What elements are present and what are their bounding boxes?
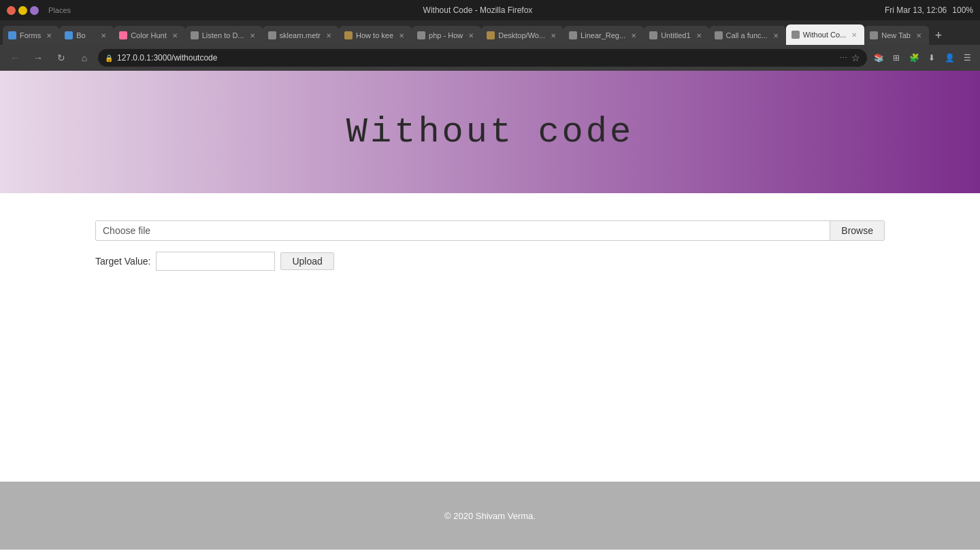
window-controls — [7, 6, 39, 15]
address-bar[interactable]: 🔒 127.0.0.1:3000/withoutcode ⋯ ☆ — [98, 49, 867, 67]
tab-forms[interactable]: Forms ✕ — [3, 26, 59, 45]
target-label: Target Value: — [95, 256, 150, 267]
tab-untitled1[interactable]: Untitled1 ✕ — [644, 26, 708, 45]
tab-desktop[interactable]: Desktop/Wo... ✕ — [481, 26, 564, 45]
title-bar-left: Places — [7, 6, 71, 15]
security-icon: 🔒 — [105, 54, 113, 62]
title-bar-right: Fri Mar 13, 12:06 100% — [885, 5, 973, 15]
upload-button[interactable]: Upload — [280, 252, 333, 270]
tab-listen-label: Listen to D... — [202, 31, 244, 39]
firefox-account-icon[interactable]: 👤 — [942, 50, 957, 65]
tab-newtab[interactable]: New Tab ✕ — [864, 26, 929, 45]
tab-bo-label: Bo — [76, 31, 85, 39]
tab-untitled1-icon — [649, 31, 657, 39]
bookmark-icon[interactable]: ☆ — [851, 52, 860, 63]
tab-bo-close[interactable]: ✕ — [99, 31, 108, 40]
browse-button[interactable]: Browse — [830, 221, 884, 240]
tab-forms-icon — [8, 31, 16, 39]
tab-linearreg-label: Linear_Reg... — [581, 31, 625, 39]
file-placeholder-text: Choose file — [96, 221, 830, 240]
tab-newtab-label: New Tab — [881, 31, 911, 39]
target-value-row: Target Value: Upload — [95, 252, 885, 271]
tab-colorhunt-close[interactable]: ✕ — [170, 31, 180, 40]
tab-withoutcode[interactable]: Without Co... ✕ — [786, 24, 865, 45]
tab-desktop-label: Desktop/Wo... — [498, 31, 545, 39]
tab-sklearn-icon — [268, 31, 276, 39]
tab-sklearn-label: sklearn.metr — [280, 31, 321, 39]
tab-howtokee[interactable]: How to kee ✕ — [339, 26, 412, 45]
tab-php-icon — [417, 31, 425, 39]
tab-bo-icon — [65, 31, 73, 39]
tab-php[interactable]: php - How ✕ — [412, 26, 481, 45]
tab-newtab-close[interactable]: ✕ — [914, 31, 924, 40]
extensions-icon[interactable]: 🧩 — [906, 50, 921, 65]
minimize-window-dot[interactable] — [18, 6, 27, 15]
main-content: Choose file Browse Target Value: Upload — [0, 193, 980, 482]
tab-desktop-icon — [487, 31, 495, 39]
address-bar-menu[interactable]: ⋯ — [840, 54, 847, 63]
page-title: Without code — [346, 112, 634, 152]
tab-php-label: php - How — [429, 31, 463, 39]
tab-php-close[interactable]: ✕ — [466, 31, 476, 40]
tab-colorhunt-label: Color Hunt — [131, 31, 167, 39]
forward-button[interactable]: → — [29, 48, 48, 67]
datetime: Fri Mar 13, 12:06 — [885, 5, 947, 15]
footer: © 2020 Shivam Verma. — [0, 482, 980, 550]
maximize-window-dot[interactable] — [30, 6, 39, 15]
tab-linearreg-icon — [569, 31, 577, 39]
tab-listen-icon — [191, 31, 199, 39]
tab-listen[interactable]: Listen to D... ✕ — [185, 26, 263, 45]
tab-untitled1-label: Untitled1 — [661, 31, 690, 39]
tab-manager-icon[interactable]: ⊞ — [889, 50, 904, 65]
tab-withoutcode-icon — [791, 31, 800, 39]
window-title: Without Code - Mozilla Firefox — [423, 5, 533, 15]
nav-right-buttons: 📚 ⊞ 🧩 ⬇ 👤 ☰ — [871, 50, 975, 65]
tab-callafunc-label: Call a func... — [726, 31, 768, 39]
tab-listen-close[interactable]: ✕ — [248, 31, 257, 40]
tab-newtab-icon — [870, 31, 878, 39]
upload-form: Choose file Browse Target Value: Upload — [95, 220, 885, 271]
page-wrapper: Without code Choose file Browse Target V… — [0, 71, 980, 550]
tab-withoutcode-close[interactable]: ✕ — [849, 30, 859, 39]
menu-icon[interactable]: ☰ — [960, 50, 975, 65]
back-button[interactable]: ← — [5, 48, 24, 67]
places-label: Places — [48, 6, 71, 14]
nav-bar: ← → ↻ ⌂ 🔒 127.0.0.1:3000/withoutcode ⋯ ☆… — [0, 45, 980, 71]
tab-sklearn[interactable]: sklearn.metr ✕ — [263, 26, 340, 45]
tab-callafunc-icon — [715, 31, 723, 39]
tab-untitled1-close[interactable]: ✕ — [694, 31, 704, 40]
url-text: 127.0.0.1:3000/withoutcode — [117, 53, 217, 63]
file-input-row: Choose file Browse — [95, 220, 885, 241]
tab-forms-label: Forms — [20, 31, 41, 39]
tab-callafunc-close[interactable]: ✕ — [771, 31, 781, 40]
battery-pct: 100% — [952, 5, 973, 15]
new-tab-button[interactable]: + — [929, 26, 948, 45]
tab-forms-close[interactable]: ✕ — [44, 31, 54, 40]
tab-howtokee-close[interactable]: ✕ — [397, 31, 406, 40]
bookmarks-icon[interactable]: 📚 — [871, 50, 886, 65]
tab-linearreg[interactable]: Linear_Reg... ✕ — [564, 26, 644, 45]
close-window-dot[interactable] — [7, 6, 16, 15]
tab-bo[interactable]: Bo ✕ — [59, 26, 114, 45]
tab-colorhunt-icon — [119, 31, 127, 39]
title-bar: Places Without Code - Mozilla Firefox Fr… — [0, 0, 980, 20]
tab-desktop-close[interactable]: ✕ — [549, 31, 558, 40]
tab-linearreg-close[interactable]: ✕ — [629, 31, 638, 40]
tab-howtokee-icon — [344, 31, 353, 39]
tab-howtokee-label: How to kee — [356, 31, 393, 39]
tabs-bar: Forms ✕ Bo ✕ Color Hunt ✕ Listen to D...… — [0, 20, 980, 45]
tab-colorhunt[interactable]: Color Hunt ✕ — [114, 26, 185, 45]
tab-callafunc[interactable]: Call a func... ✕ — [709, 26, 786, 45]
pocket-icon[interactable]: ⬇ — [924, 50, 939, 65]
tab-withoutcode-label: Without Co... — [803, 31, 847, 39]
copyright-text: © 2020 Shivam Verma. — [444, 511, 536, 521]
home-button[interactable]: ⌂ — [75, 48, 94, 67]
target-value-input[interactable] — [156, 252, 275, 271]
hero-section: Without code — [0, 71, 980, 193]
reload-button[interactable]: ↻ — [52, 48, 71, 67]
tab-sklearn-close[interactable]: ✕ — [324, 31, 333, 40]
